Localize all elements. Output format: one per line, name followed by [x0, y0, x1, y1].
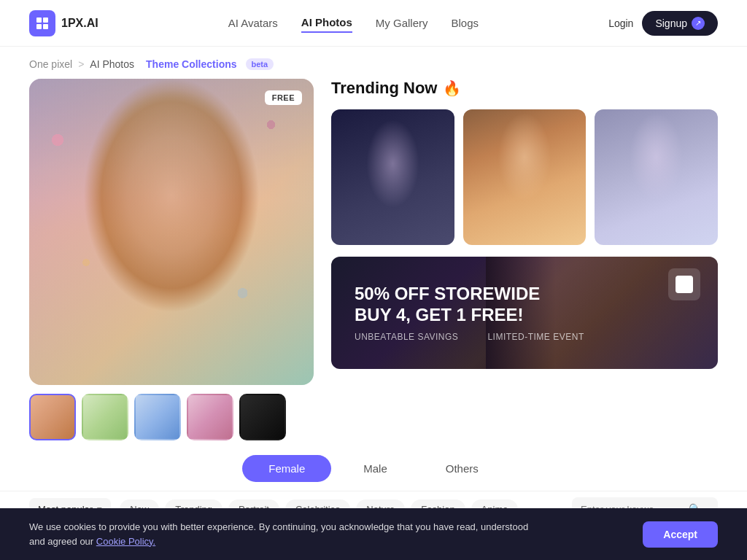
- hero-overlay: [29, 79, 314, 385]
- svg-rect-3: [43, 24, 48, 29]
- cookie-policy-link[interactable]: Cookie Policy.: [96, 536, 155, 547]
- beta-badge: beta: [246, 58, 274, 70]
- trending-title: Trending Now 🔥: [331, 79, 718, 98]
- promo-logo-inner: [676, 276, 693, 293]
- cookie-accept-button[interactable]: Accept: [643, 521, 718, 548]
- tab-others[interactable]: Others: [419, 455, 505, 482]
- breadcrumb-sep: >: [78, 58, 84, 70]
- promo-text: 50% OFF STOREWIDE BUY 4, GET 1 FREE! UNB…: [355, 284, 584, 342]
- breadcrumb-root[interactable]: One pixel: [29, 58, 72, 70]
- left-panel: FREE: [29, 79, 314, 440]
- signup-button[interactable]: Signup ↗: [642, 11, 718, 36]
- nav-ai-photos[interactable]: AI Photos: [301, 13, 352, 33]
- main-content: FREE Trending Now 🔥 50% O: [0, 79, 747, 440]
- hero-image[interactable]: FREE: [29, 79, 314, 385]
- thumb-4[interactable]: [187, 394, 233, 440]
- right-panel: Trending Now 🔥 50% OFF STOREWIDE BUY 4, …: [331, 79, 718, 440]
- nav-blogs[interactable]: Blogs: [452, 14, 479, 32]
- promo-sub-right: LIMITED-TIME EVENT: [487, 332, 584, 342]
- logo[interactable]: 1PX.AI: [29, 10, 98, 36]
- thumb-1[interactable]: [29, 394, 76, 440]
- thumb-2[interactable]: [82, 394, 128, 440]
- navbar: 1PX.AI AI Avatars AI Photos My Gallery B…: [0, 0, 747, 47]
- trending-card-3[interactable]: [595, 109, 718, 245]
- free-badge: FREE: [265, 90, 302, 105]
- logo-text: 1PX.AI: [61, 17, 98, 30]
- trending-card-2[interactable]: [463, 109, 587, 245]
- cookie-banner: We use cookies to provide you with bette…: [0, 508, 747, 560]
- promo-headline: 50% OFF STOREWIDE BUY 4, GET 1 FREE!: [355, 284, 584, 326]
- trending-card-1[interactable]: [331, 109, 454, 245]
- breadcrumb-current: Theme Collections: [146, 58, 236, 70]
- login-button[interactable]: Login: [608, 18, 633, 29]
- thumb-5[interactable]: [239, 394, 286, 440]
- nav-actions: Login Signup ↗: [608, 11, 718, 36]
- breadcrumb: One pixel > AI Photos Theme Collections …: [0, 47, 747, 79]
- nav-links: AI Avatars AI Photos My Gallery Blogs: [228, 13, 479, 33]
- cookie-text: We use cookies to provide you with bette…: [29, 520, 540, 548]
- thumbnail-strip: [29, 394, 314, 440]
- logo-icon: [29, 10, 55, 36]
- breadcrumb-ai-photos[interactable]: AI Photos: [90, 58, 134, 70]
- svg-rect-1: [43, 18, 48, 23]
- tab-female[interactable]: Female: [242, 455, 331, 482]
- gender-tabs: Female Male Others: [0, 440, 747, 491]
- fire-icon: 🔥: [443, 79, 461, 97]
- promo-banner[interactable]: 50% OFF STOREWIDE BUY 4, GET 1 FREE! UNB…: [331, 257, 718, 369]
- thumb-3[interactable]: [134, 394, 181, 440]
- promo-sub-left: UNBEATABLE SAVINGS: [355, 332, 458, 342]
- nav-ai-avatars[interactable]: AI Avatars: [228, 14, 278, 32]
- tab-male[interactable]: Male: [337, 455, 414, 482]
- trending-grid: [331, 109, 718, 245]
- svg-rect-0: [36, 18, 42, 23]
- svg-rect-2: [36, 24, 42, 29]
- hero-bg: [29, 79, 314, 385]
- nav-my-gallery[interactable]: My Gallery: [376, 14, 428, 32]
- signup-arrow-icon: ↗: [692, 17, 705, 30]
- promo-sub: UNBEATABLE SAVINGS LIMITED-TIME EVENT: [355, 332, 584, 342]
- promo-logo: [668, 268, 700, 300]
